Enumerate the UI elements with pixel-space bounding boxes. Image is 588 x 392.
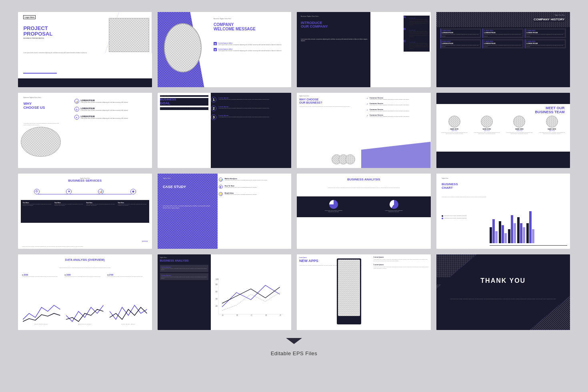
cs-item: 📊 Market Analytics Lorem ipsum dolor sit…	[219, 178, 288, 182]
svg-text:A: A	[222, 314, 224, 316]
slide-new-apps: Lorem Ipsum NEW APPS Lorem ipsum dolor s…	[297, 254, 431, 330]
pie-charts: Lorem ipsum dolor sit amet, consectetur …	[304, 200, 424, 212]
overlapping-circles	[332, 154, 355, 164]
tagline: Tagline Goes Here	[299, 95, 361, 97]
tagline: Tagline Goes Here	[555, 14, 565, 16]
history-item: 4.2026-2027 LOREM IPSUM Lorem ipsum dolo…	[440, 39, 482, 49]
icon-circle: 📊	[74, 99, 79, 104]
tagline: Business Tagline Goes Here	[214, 18, 231, 20]
description: Lorem ipsum dolor sit amet, consectetur …	[160, 107, 209, 110]
bar	[490, 227, 492, 243]
description: Lorem ipsum dolor sit amet, consectetur …	[299, 106, 361, 108]
phone-mockup	[337, 258, 361, 325]
bar-group	[508, 215, 516, 243]
abc-item-b: B Employee Name Job Title Here Lorem ips…	[404, 28, 430, 38]
bar	[492, 219, 495, 243]
checker-bottom-right	[530, 296, 570, 330]
line-chart-2: ◆ Series 1 ◆ Series 2 ◆ Series 3	[64, 299, 106, 328]
left-panel: Tagline Goes Here WHY CHOOSE OUR BUSINES…	[297, 93, 364, 168]
legend-dot	[442, 218, 443, 219]
icon-item: ⚙ LOREM IPSUM Lorem ipsum dolor sit amet…	[74, 107, 148, 112]
slide-business-analysis-2: Tagline Here... BUSINESS ANALYSIS Lorem …	[158, 254, 292, 330]
chart-svg	[21, 299, 62, 324]
service-box: Text Here Lorem ipsum dolor sit amet, co…	[85, 201, 116, 221]
service-box: Text Here Lorem ipsum dolor sit amet, co…	[117, 201, 148, 221]
serv-icon-wrap: ★	[66, 189, 72, 194]
member-avatar	[513, 116, 525, 128]
slide-data-analysis: DATA ANALYSIS (OVERVIEW) Lorem ipsum dol…	[18, 254, 152, 330]
svg-text:60: 60	[216, 291, 218, 293]
slide-business-team: MEET OUR BUSINESS TEAM NAME HERE JOB TIT…	[436, 93, 570, 168]
dots-decoration	[142, 241, 148, 242]
chart-svg	[108, 299, 149, 324]
member-avatar	[546, 116, 558, 128]
bar	[502, 225, 504, 243]
slide-title: COMPANY HISTORY	[534, 18, 565, 22]
phone-screen	[338, 260, 360, 316]
description: Lorem ipsum dolor sit amet, consectetur …	[442, 196, 488, 198]
icon-box: ◆	[214, 42, 217, 45]
tagline: Tagline Goes Here	[160, 95, 209, 97]
cs-icon: 📊	[219, 178, 223, 182]
list-item: Lorem Ipsum Lorem ipsum dolor sit amet, …	[160, 273, 209, 280]
bottom-band	[18, 78, 152, 88]
abc-item-c: C Employee Name Job Title Here Lorem ips…	[404, 40, 430, 50]
cs-icon: 💡	[219, 192, 223, 196]
history-item: 5.2028-2029 LOREM IPSUM Lorem ipsum dolo…	[482, 39, 524, 49]
bar	[520, 223, 522, 243]
slide-thank-you: THANK YOU Lorem ipsum dolor sit amet, co…	[436, 254, 570, 330]
team-member: NAME HERE JOB TITLE Lorem ipsum dolor si…	[440, 116, 469, 135]
icon-items: ◆ Lorem Ipsum dolor Lorem ipsum dolor si…	[214, 42, 287, 54]
chart-legend: Lorem ipsum dolor sit amet, consectetur …	[442, 215, 488, 220]
right-label-2: Lorem Ipsum	[374, 264, 429, 266]
cs-icon: ▶	[219, 185, 223, 189]
cs-item: 💡 Bright Ideas Lorem ipsum dolor sit ame…	[219, 192, 288, 196]
slide-title: WHY CHOOSE US	[23, 102, 63, 110]
line-chart-1: ◆ Series 1 ◆ Series 2 ◆ Series 3	[21, 299, 62, 328]
history-item: 3.2024-2025 LOREM IPSUM Lorem ipsum dolo…	[525, 28, 566, 38]
icon-item: ◆ Lorem Ipsum dolor Lorem ipsum dolor si…	[214, 42, 287, 46]
slides-grid: Logo Here PROJECT PROPOSAL BUSINESS PRES…	[18, 12, 570, 330]
right-desc-1: Lorem ipsum dolor sit amet, consectetur …	[374, 259, 429, 262]
slide-business-goal: Tagline Goes Here BUSINESS GOAL Lorem ip…	[158, 93, 292, 168]
bar-group	[499, 221, 507, 243]
chart-legend: ◆ Series 1 ◆ Series 2 ◆ Series 3	[108, 324, 149, 324]
list-item: Lorem Ipsum Lorem ipsum dolor sit amet, …	[160, 265, 209, 272]
cs-item: ▶ How To Start Lorem ipsum dolor sit ame…	[219, 185, 288, 189]
stats-row: 01 3006 Lorem ipsum dolor sit amet, cons…	[22, 274, 148, 277]
logo: Logo Here	[23, 15, 36, 19]
chart-legend: ◆ Series 1 ◆ Series 2 ◆ Series 3	[64, 324, 106, 324]
checklist: ✓ Customer Service Lorem ipsum dolor sit…	[366, 97, 428, 120]
icon-item: 📊 LOREM IPSUM Lorem ipsum dolor sit amet…	[74, 99, 148, 104]
line-chart-svg: A B C D F 20 40 60 80 100	[215, 266, 287, 326]
bar	[504, 233, 507, 243]
history-item: 1.2020-2021 LOREM IPSUM Lorem ipsum dolo…	[440, 28, 482, 38]
subtitle: BUSINESS PRESENTATION	[23, 38, 52, 39]
slide-title: MEET OUR BUSINESS TEAM	[535, 106, 565, 114]
slide-title: CASE STUDY	[163, 185, 186, 189]
right-panel: A B C D F 20 40 60 80 100	[211, 254, 291, 330]
bar	[523, 227, 525, 243]
service-box: Text Here Lorem ipsum dolor sit amet, co…	[22, 201, 53, 221]
slide-company-history: Tagline Goes Here COMPANY HISTORY 1.2020…	[436, 12, 570, 87]
bar	[532, 229, 534, 243]
slide-why-choose-business: Tagline Goes Here WHY CHOOSE OUR BUSINES…	[297, 93, 431, 168]
icon-item: ✦ LOREM IPSUM Lorem ipsum dolor sit amet…	[74, 115, 148, 120]
service-icons: ⚙ ★ 📊 ◆	[21, 189, 149, 194]
check-item: ✓ Customer Service Lorem ipsum dolor sit…	[366, 102, 428, 106]
service-boxes: Text Here Lorem ipsum dolor sit amet, co…	[21, 200, 149, 222]
slide-introduce: A Employee Name Job Title Here Lorem ips…	[297, 12, 431, 87]
num-item: 3 Lorem Ipsum Lorem ipsum dolor sit amet…	[211, 114, 288, 120]
slide-title: BUSINESS GOAL	[160, 98, 209, 106]
stat-item: 02 1906 Lorem ipsum dolor sit amet, cons…	[65, 274, 105, 277]
svg-text:B: B	[237, 314, 238, 316]
title-area: Tagline Goes Here BUSINESS SERVICES	[18, 178, 152, 183]
svg-text:40: 40	[216, 298, 218, 300]
team-member: NAME HERE JOB TITLE Lorem ipsum dolor si…	[505, 116, 534, 135]
bar	[499, 221, 501, 243]
service-icon: ★	[66, 189, 72, 194]
items: Lorem Ipsum Lorem ipsum dolor sit amet, …	[160, 265, 209, 280]
service-icon: ⚙	[34, 189, 40, 194]
abc-item-a: A Employee Name Job Title Here Lorem ips…	[404, 16, 430, 26]
slide-business-services: Tagline Goes Here BUSINESS SERVICES ⚙ ★ …	[18, 174, 152, 249]
